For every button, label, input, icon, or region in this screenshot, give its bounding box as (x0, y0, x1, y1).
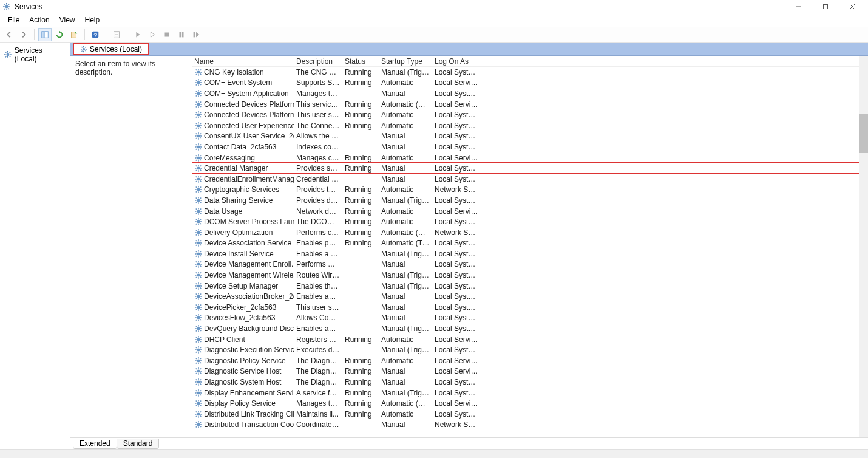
svg-rect-22 (165, 33, 169, 37)
gear-icon (194, 271, 203, 279)
service-logon: Local System (432, 260, 481, 268)
close-button[interactable] (839, 0, 866, 13)
export-list-button[interactable] (67, 28, 81, 41)
service-startup: Manual (379, 132, 432, 140)
gear-icon (194, 143, 203, 151)
col-logon[interactable]: Log On As (432, 57, 481, 66)
service-row[interactable]: CNG Key IsolationThe CNG ke...RunningMan… (192, 67, 868, 78)
gear-icon (194, 207, 203, 216)
col-startup[interactable]: Startup Type (379, 57, 432, 66)
service-row[interactable]: CoreMessagingManages co...RunningAutomat… (192, 152, 868, 163)
service-name: Diagnostic Service Host (204, 367, 281, 375)
service-description: This service i... (294, 100, 342, 109)
start-service-button[interactable] (131, 28, 144, 41)
service-row[interactable]: Credential ManagerProvides sec...Running… (192, 163, 868, 174)
service-row[interactable]: CredentialEnrollmentManag...Credential E… (192, 174, 868, 185)
service-row[interactable]: Diagnostic Policy ServiceThe Diagnos...R… (192, 355, 868, 366)
service-row[interactable]: Distributed Transaction Coor...Coordinat… (192, 420, 868, 431)
back-button[interactable] (2, 28, 16, 41)
service-row[interactable]: DevQuery Background Disc...Enables app..… (192, 323, 868, 334)
service-row[interactable]: Delivery OptimizationPerforms co...Runni… (192, 227, 868, 238)
menu-help[interactable]: Help (81, 14, 104, 26)
service-row[interactable]: Connected Devices Platform ...This servi… (192, 99, 868, 110)
service-row[interactable]: Device Setup ManagerEnables the ...Manua… (192, 281, 868, 292)
service-name: CNG Key Isolation (204, 68, 264, 77)
col-name[interactable]: Name (192, 57, 294, 66)
forward-button[interactable] (17, 28, 30, 41)
service-description: Enables a co... (294, 250, 342, 258)
refresh-button[interactable] (53, 28, 66, 41)
service-row[interactable]: Diagnostic System HostThe Diagnos...Runn… (192, 377, 868, 388)
service-row[interactable]: Display Enhancement ServiceA service for… (192, 388, 868, 398)
service-row[interactable]: ConsentUX User Service_2cf...Allows the … (192, 131, 868, 142)
tab-extended[interactable]: Extended (73, 439, 117, 449)
service-row[interactable]: DevicePicker_2cfa563This user ser...Manu… (192, 302, 868, 313)
menu-file[interactable]: File (4, 14, 24, 26)
maximize-button[interactable] (812, 0, 839, 13)
service-row[interactable]: COM+ System ApplicationManages th...Manu… (192, 88, 868, 99)
service-startup: Manual (379, 164, 432, 173)
pause-service-button[interactable] (175, 28, 188, 41)
scrollbar-thumb[interactable] (859, 114, 868, 153)
service-row[interactable]: Connected Devices Platform ...This user … (192, 109, 868, 120)
col-status[interactable]: Status (342, 57, 379, 66)
minimize-button[interactable] (785, 0, 812, 13)
gear-icon (194, 357, 203, 365)
service-row[interactable]: Device Install ServiceEnables a co...Man… (192, 248, 868, 259)
service-row[interactable]: Data Sharing ServiceProvides dat...Runni… (192, 195, 868, 206)
show-hide-console-tree-button[interactable] (38, 28, 52, 41)
restart-service-button[interactable] (189, 28, 203, 41)
service-name: Cryptographic Services (204, 185, 279, 194)
gear-icon (194, 185, 203, 194)
service-logon: Local System (432, 111, 481, 119)
service-row[interactable]: Device Management Enroll...Performs De..… (192, 259, 868, 270)
service-name: Diagnostic Execution Service (204, 346, 294, 354)
tab-standard[interactable]: Standard (117, 439, 160, 449)
service-row[interactable]: COM+ Event SystemSupports Sy...RunningAu… (192, 78, 868, 89)
col-description[interactable]: Description (294, 57, 342, 66)
service-startup: Automatic (379, 154, 432, 162)
svg-rect-24 (182, 32, 184, 38)
tab-services-local[interactable]: Services (Local) (73, 43, 149, 55)
service-row[interactable]: Contact Data_2cfa563Indexes cont...Manua… (192, 142, 868, 152)
service-description: The Connect... (294, 121, 342, 130)
service-row[interactable]: Device Association ServiceEnables pairi.… (192, 238, 868, 249)
service-row[interactable]: DHCP ClientRegisters an...RunningAutomat… (192, 334, 868, 345)
service-row[interactable]: Data UsageNetwork dat...RunningAutomatic… (192, 206, 868, 217)
service-startup: Automatic (379, 111, 432, 119)
service-startup: Manual (379, 420, 432, 429)
service-row[interactable]: DCOM Server Process Launc...The DCOML...… (192, 216, 868, 227)
scrollbar-vertical[interactable] (859, 56, 868, 437)
service-row[interactable]: Cryptographic ServicesProvides thr...Run… (192, 185, 868, 196)
gear-icon (194, 389, 203, 397)
menu-action[interactable]: Action (25, 14, 53, 26)
tree-root-services-local[interactable]: Services (Local) (1, 45, 69, 64)
service-row[interactable]: Diagnostic Execution ServiceExecutes dia… (192, 344, 868, 355)
column-headers[interactable]: Name Description Status Startup Type Log… (192, 56, 868, 67)
service-name: Delivery Optimization (204, 228, 273, 237)
service-description: Network dat... (294, 207, 342, 216)
service-row[interactable]: Distributed Link Tracking Cli...Maintain… (192, 409, 868, 420)
service-logon: Local System (432, 217, 481, 226)
start2-button[interactable] (146, 28, 159, 41)
console-tree[interactable]: Services (Local) (0, 43, 70, 449)
service-startup: Automatic (Tri... (379, 239, 432, 247)
properties-button[interactable] (110, 28, 123, 41)
service-row[interactable]: Display Policy ServiceManages th...Runni… (192, 398, 868, 409)
service-status: Running (342, 410, 379, 419)
service-name: Data Sharing Service (204, 196, 273, 205)
stop-service-button[interactable] (160, 28, 174, 41)
services-list[interactable]: Name Description Status Startup Type Log… (192, 56, 868, 437)
service-row[interactable]: Device Management Wireles...Routes Wirel… (192, 270, 868, 281)
service-row[interactable]: DevicesFlow_2cfa563Allows Conn...ManualL… (192, 313, 868, 324)
menu-view[interactable]: View (55, 14, 80, 26)
service-description: Routes Wirel... (294, 271, 342, 279)
service-description: A service for ... (294, 389, 342, 397)
inner-tabstrip: Services (Local) (70, 43, 868, 56)
service-row[interactable]: Diagnostic Service HostThe Diagnos...Run… (192, 366, 868, 377)
service-row[interactable]: Connected User Experiences ...The Connec… (192, 120, 868, 131)
app-gear-icon (2, 2, 11, 11)
service-name: Display Enhancement Service (204, 389, 294, 397)
service-row[interactable]: DeviceAssociationBroker_2cf...Enables ap… (192, 291, 868, 302)
help-button[interactable]: ? (89, 28, 102, 41)
